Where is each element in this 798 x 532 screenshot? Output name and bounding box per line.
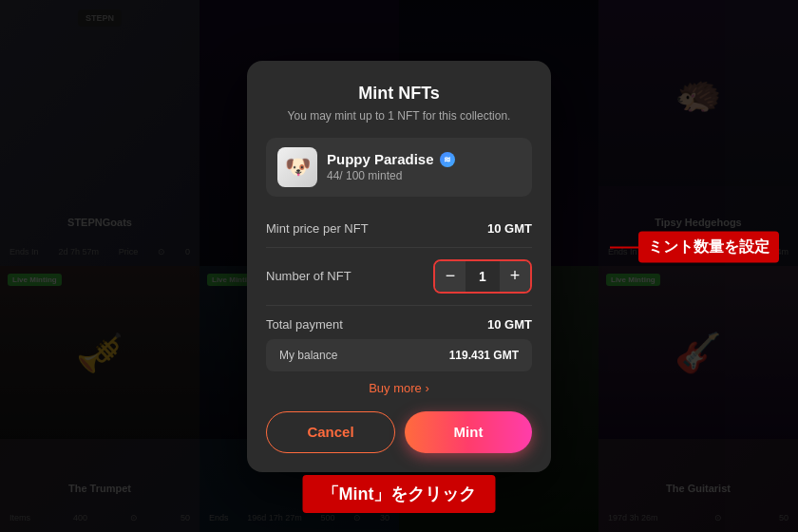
annotation-line [610, 246, 638, 248]
mint-button[interactable]: Mint [405, 411, 532, 453]
mint-price-label: Mint price per NFT [266, 221, 369, 236]
collection-minted-count: 44/ 100 minted [327, 169, 521, 182]
collection-row: 🐶 Puppy Paradise ≋ 44/ 100 minted [266, 138, 532, 197]
balance-box: My balance 119.431 GMT [266, 339, 532, 371]
mint-modal: Mint NFTs You may mint up to 1 NFT for t… [247, 61, 551, 472]
nft-count-row: Number of NFT − 1 + [266, 248, 532, 306]
balance-value: 119.431 GMT [449, 349, 519, 362]
mint-price-row: Mint price per NFT 10 GMT [266, 210, 532, 248]
collection-info: Puppy Paradise ≋ 44/ 100 minted [327, 151, 521, 182]
increment-button[interactable]: + [500, 261, 530, 292]
quantity-annotation: ミント数量を設定 [610, 232, 779, 263]
decrement-button[interactable]: − [435, 261, 466, 292]
modal-overlay: Mint NFTs You may mint up to 1 NFT for t… [0, 0, 798, 532]
collection-emoji: 🐶 [285, 155, 311, 180]
total-payment-label: Total payment [266, 317, 343, 332]
annotation-text-bottom: 「Mint」をクリック [303, 475, 496, 513]
total-payment-row: Total payment 10 GMT [266, 306, 532, 339]
annotation-text-right: ミント数量を設定 [638, 232, 779, 263]
modal-subtitle: You may mint up to 1 NFT for this collec… [266, 109, 532, 123]
mint-price-value: 10 GMT [487, 221, 532, 236]
total-payment-value: 10 GMT [487, 317, 532, 332]
buy-more-link[interactable]: Buy more [369, 381, 429, 395]
nft-stepper: − 1 + [433, 259, 532, 294]
collection-name-row: Puppy Paradise ≋ [327, 151, 521, 167]
collection-thumbnail: 🐶 [277, 147, 317, 187]
balance-label: My balance [279, 349, 337, 362]
stepper-value: 1 [466, 261, 500, 292]
buy-more-row: Buy more [266, 379, 532, 396]
modal-title: Mint NFTs [266, 84, 532, 104]
collection-name: Puppy Paradise [327, 151, 434, 167]
nft-count-label: Number of NFT [266, 269, 352, 283]
action-buttons: Cancel Mint [266, 411, 532, 453]
collection-verified-icon: ≋ [440, 152, 455, 167]
cancel-button[interactable]: Cancel [266, 411, 395, 453]
